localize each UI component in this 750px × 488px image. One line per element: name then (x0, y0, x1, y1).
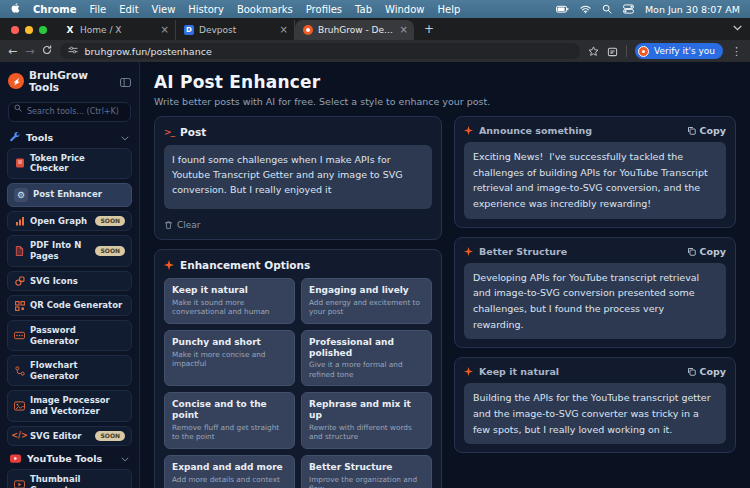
browser-menu-kebab-icon[interactable]: ⋮ (731, 45, 742, 58)
pdf-file-icon (14, 246, 25, 256)
sidebar-item-label: Post Enhancer (33, 189, 125, 200)
close-window-button[interactable] (11, 26, 19, 34)
option-concise-and-to-the-point[interactable]: Concise and to the point Remove fluff an… (164, 392, 295, 449)
tab-devpost[interactable]: D Devpost × (176, 20, 295, 40)
bookmark-star-icon[interactable] (588, 42, 599, 61)
sidebar-item-label: SVG Icons (30, 276, 125, 287)
option-professional-and-polished[interactable]: Professional and polished Give it a more… (301, 330, 432, 387)
tune-icon[interactable] (68, 45, 78, 57)
wifi-icon[interactable] (580, 5, 591, 14)
menu-help[interactable]: Help (437, 4, 460, 15)
result-header: Keep it natural Copy (464, 366, 726, 377)
result-style-label: Announce something (479, 125, 681, 136)
sidebar-item-label: Password Generator (30, 325, 125, 346)
tools-section-header[interactable]: Tools (0, 129, 139, 148)
sidebar-item-svg-icons[interactable]: SVG Icons (7, 271, 132, 292)
menu-file[interactable]: File (89, 4, 106, 15)
result-text: Developing APIs for YouTube transcript r… (464, 263, 726, 340)
toolbar-divider (626, 45, 627, 57)
menubar-status: Mon Jun 30 8:07 AM (556, 4, 740, 15)
option-better-structure[interactable]: Better Structure Improve the organizatio… (301, 455, 432, 488)
apple-icon[interactable] (10, 2, 20, 16)
menubar-clock[interactable]: Mon Jun 30 8:07 AM (645, 4, 740, 15)
right-column: Announce something Copy Exciting News! I… (454, 116, 736, 453)
tab-home-x[interactable]: X Home / X × (57, 20, 176, 40)
tab-search-chevron-icon[interactable] (733, 16, 742, 35)
result-card-better-structure: Better Structure Copy Developing APIs fo… (454, 237, 736, 349)
menubar-menus: Chrome File Edit View History Bookmarks … (10, 2, 460, 16)
tab-organizer-icon[interactable] (607, 42, 618, 61)
menu-tab[interactable]: Tab (355, 4, 372, 15)
address-bar[interactable]: bruhgrow.fun/postenhance (60, 43, 580, 59)
menu-window[interactable]: Window (385, 4, 424, 15)
copy-button[interactable]: Copy (687, 246, 727, 257)
macos-menubar: Chrome File Edit View History Bookmarks … (0, 0, 750, 18)
sparkle-icon (464, 367, 473, 376)
status-badge: SOON (95, 246, 125, 256)
sidebar-item-pdf-into-n-pages[interactable]: PDF Into N Pages SOON (7, 235, 132, 266)
copy-button[interactable]: Copy (687, 366, 727, 377)
sidebar-item-svg-editor[interactable]: </> SVG Editor SOON (7, 426, 132, 447)
sidebar-item-image-processor-vectorizer[interactable]: Image Processor and Vectorizer (7, 390, 132, 421)
tab-bruhgrow-active[interactable]: BruhGrow - Developer Tools × (295, 20, 414, 40)
options-grid: Keep it natural Make it sound more conve… (164, 278, 432, 488)
spotlight-icon[interactable] (602, 4, 612, 14)
image-icon (14, 401, 25, 411)
sidebar-item-post-enhancer[interactable]: ⚙ Post Enhancer (7, 183, 132, 207)
menu-view[interactable]: View (152, 4, 176, 15)
x-favicon-icon: X (65, 25, 75, 35)
app-window: BruhGrow Tools Tools (0, 62, 750, 488)
sidebar-item-label: PDF Into N Pages (30, 240, 90, 261)
new-tab-button[interactable]: + (414, 22, 444, 40)
terminal-prompt-icon: >_ (164, 127, 174, 137)
options-card-header: Enhancement Options (164, 259, 432, 271)
back-button[interactable]: ← (8, 46, 17, 57)
tab-title: Devpost (199, 25, 275, 35)
reload-button[interactable] (42, 45, 52, 57)
search-input[interactable] (8, 102, 131, 122)
post-input[interactable]: I found some challenges when I make APIs… (164, 145, 432, 209)
brand[interactable]: BruhGrow Tools (0, 62, 139, 99)
code-icon: </> (14, 432, 25, 440)
option-punchy-and-short[interactable]: Punchy and short Make it more concise an… (164, 330, 295, 387)
option-expand-and-add-more[interactable]: Expand and add more Add more details and… (164, 455, 295, 488)
trash-icon (164, 220, 173, 230)
option-keep-it-natural[interactable]: Keep it natural Make it sound more conve… (164, 278, 295, 324)
youtube-section-label: YouTube Tools (27, 453, 102, 464)
menu-history[interactable]: History (188, 4, 224, 15)
menu-profiles[interactable]: Profiles (306, 4, 342, 15)
flowchart-icon (14, 366, 25, 376)
close-tab-icon[interactable]: × (280, 25, 288, 35)
zoom-window-button[interactable] (39, 26, 47, 34)
sidebar-item-label: SVG Editor (30, 431, 90, 442)
control-center-icon[interactable] (623, 4, 634, 14)
youtube-section-header[interactable]: YouTube Tools (0, 450, 139, 469)
option-engaging-and-lively[interactable]: Engaging and lively Add energy and excit… (301, 278, 432, 324)
sidebar-item-password-generator[interactable]: Password Generator (7, 320, 132, 351)
result-text: Exciting News! I've successfully tackled… (464, 142, 726, 219)
verify-its-you-button[interactable]: Verify it's you (635, 43, 723, 59)
sidebar-item-token-price-checker[interactable]: Token Price Checker (7, 148, 132, 179)
sidebar-item-qr-code-generator[interactable]: QR Code Generator (7, 295, 132, 316)
page-title: AI Post Enhancer (154, 72, 736, 92)
sidebar-item-open-graph[interactable]: Open Graph SOON (7, 211, 132, 232)
close-tab-icon[interactable]: × (161, 25, 169, 35)
close-tab-icon[interactable]: × (400, 25, 408, 35)
option-rephrase-and-mix-it-up[interactable]: Rephrase and mix it up Rewrite with diff… (301, 392, 432, 449)
sidebar-collapse-icon[interactable] (120, 72, 131, 91)
menu-chrome[interactable]: Chrome (33, 4, 76, 15)
battery-icon[interactable] (556, 5, 569, 14)
menu-bookmarks[interactable]: Bookmarks (237, 4, 293, 15)
menu-edit[interactable]: Edit (119, 4, 138, 15)
minimize-window-button[interactable] (25, 26, 33, 34)
copy-icon (687, 367, 696, 376)
clear-button[interactable]: Clear (164, 220, 432, 230)
sidebar-item-thumbnail-generator[interactable]: Thumbnail Generator (7, 469, 132, 488)
window-controls (0, 26, 57, 40)
search-tools (8, 99, 131, 122)
bruhgrow-favicon-icon (303, 25, 313, 35)
copy-button[interactable]: Copy (687, 125, 727, 136)
forward-button[interactable]: → (25, 46, 34, 57)
status-badge: SOON (95, 216, 125, 226)
sidebar-item-flowchart-generator[interactable]: Flowchart Generator (7, 355, 132, 386)
